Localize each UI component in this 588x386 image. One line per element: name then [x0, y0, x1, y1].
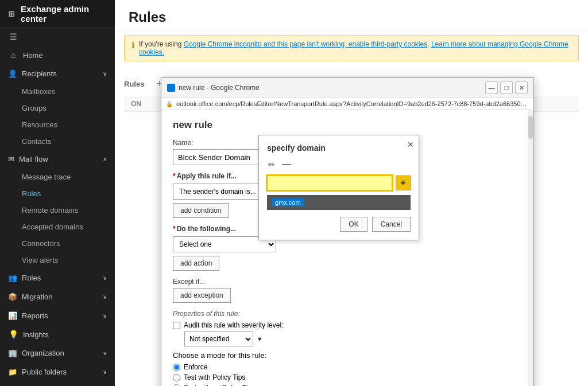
popup-ok-button[interactable]: OK [340, 217, 367, 232]
maximize-button[interactable]: □ [500, 81, 513, 94]
sidebar: ⊞ Exchange admin center ☰ ⌂ Home 👤 Recip… [0, 0, 115, 386]
severity-select[interactable]: Not specified Low Medium High [184, 332, 253, 346]
sidebar-sub-rules[interactable]: Rules [0, 185, 115, 202]
sidebar-sub-label: Accepted domains [22, 223, 83, 231]
sidebar-sub-remote-domains[interactable]: Remote domains [0, 202, 115, 219]
sidebar-item-organization[interactable]: 🏢 Organization ∨ [0, 344, 115, 362]
severity-dropdown-arrow: ▼ [257, 336, 263, 342]
sidebar-item-roles[interactable]: 👥 Roles ∨ [0, 268, 115, 287]
main-content: Rules ℹ If you're using Google Chrome in… [115, 0, 588, 386]
sidebar-item-label: Mail flow [19, 155, 48, 163]
sidebar-item-label: Home [23, 51, 43, 60]
lock-icon: 🔒 [166, 101, 173, 107]
popup-cancel-button[interactable]: Cancel [372, 217, 411, 232]
sidebar-item-label: Migration [22, 293, 52, 301]
sidebar-sub-label: View alerts [22, 256, 58, 264]
domain-input[interactable] [267, 176, 392, 190]
sidebar-sub-label: Contacts [22, 137, 51, 146]
add-exception-button[interactable]: add exception [173, 288, 231, 303]
mode-test-no-tips-row: Test without Policy Tips [173, 384, 521, 386]
sidebar-sub-message-trace[interactable]: Message trace [0, 169, 115, 185]
chevron-down-icon: ∨ [103, 294, 107, 300]
mode-enforce-radio[interactable] [173, 364, 180, 371]
rule-editor-heading: new rule [173, 119, 521, 131]
reports-icon: 📊 [8, 311, 17, 320]
mode-test-tips-label: Test with Policy Tips [184, 373, 245, 381]
add-condition-button[interactable]: add condition [173, 203, 229, 218]
sidebar-sub-label: Message trace [22, 173, 71, 181]
sidebar-sub-label: Remote domains [22, 206, 78, 215]
page-header: Rules [115, 0, 588, 30]
except-label: Except if... [173, 278, 521, 286]
hamburger-icon: ☰ [8, 32, 18, 41]
mode-enforce-row: Enforce [173, 363, 521, 371]
sidebar-item-label: Organization [22, 349, 64, 357]
audit-checkbox[interactable] [173, 322, 180, 329]
mode-test-tips-row: Test with Policy Tips [173, 373, 521, 381]
sidebar-sub-accepted-domains[interactable]: Accepted domains [0, 219, 115, 235]
audit-label: Audit this rule with severity level: [184, 321, 283, 329]
sidebar-sub-label: Connectors [22, 239, 60, 248]
app-grid-icon: ⊞ [8, 9, 15, 18]
sidebar-sub-mailboxes[interactable]: Mailboxes [0, 83, 115, 100]
organization-icon: 🏢 [8, 349, 17, 357]
popup-input-row: + [267, 176, 411, 190]
sidebar-sub-view-alerts[interactable]: View alerts [0, 252, 115, 268]
sidebar-item-home[interactable]: ⌂ Home [0, 46, 115, 64]
sidebar-sub-label: Rules [22, 189, 41, 198]
scrollbar-track[interactable] [528, 110, 533, 386]
migration-icon: 📦 [8, 293, 17, 301]
popup-close-button[interactable]: ✕ [407, 140, 414, 149]
popup-domain-list: gmx.com [267, 195, 411, 210]
sidebar-sub-groups[interactable]: Groups [0, 100, 115, 116]
minimize-button[interactable]: — [485, 81, 498, 94]
sidebar-item-label: Roles [22, 274, 41, 282]
popup-footer: OK Cancel [267, 217, 411, 232]
info-text: If you're using Google Chrome incognito … [139, 40, 571, 56]
chrome-incognito-link[interactable]: Google Chrome incognito and this page is… [184, 40, 428, 48]
popup-edit-button[interactable]: ✏ [267, 159, 276, 170]
mode-enforce-label: Enforce [184, 363, 207, 371]
add-domain-button[interactable]: + [396, 176, 411, 190]
domain-tag: gmx.com [272, 198, 304, 206]
mode-test-no-tips-radio[interactable] [173, 384, 180, 387]
browser-addressbar: 🔒 outlook.office.com/ecp/RulesEditor/New… [161, 98, 533, 110]
add-action-button[interactable]: add action [173, 256, 219, 271]
sidebar-item-mail-flow[interactable]: ✉ Mail flow ∧ [0, 150, 115, 169]
sidebar-sub-connectors[interactable]: Connectors [0, 235, 115, 252]
sidebar-hamburger[interactable]: ☰ [0, 28, 115, 46]
chevron-down-icon: ∧ [103, 156, 107, 162]
except-group: Except if... add exception [173, 278, 521, 303]
sidebar-item-public-folders[interactable]: 📁 Public folders ∨ [0, 362, 115, 381]
roles-icon: 👥 [8, 274, 17, 282]
info-banner: ℹ If you're using Google Chrome incognit… [124, 35, 579, 61]
sidebar-item-recipients[interactable]: 👤 Recipients ∨ [0, 64, 115, 83]
chevron-down-icon: ∨ [103, 350, 107, 356]
mode-test-tips-radio[interactable] [173, 374, 180, 381]
sidebar-sub-contacts[interactable]: Contacts [0, 133, 115, 150]
mode-heading: Choose a mode for this rule: [173, 351, 266, 360]
sidebar-item-migration[interactable]: 📦 Migration ∨ [0, 287, 115, 306]
browser-titlebar: new rule - Google Chrome — □ ✕ [161, 78, 533, 98]
properties-label: Properties of this rule: [173, 310, 521, 318]
sidebar-sub-resources[interactable]: Resources [0, 116, 115, 133]
audit-checkbox-row: Audit this rule with severity level: [173, 321, 521, 329]
browser-title-text: new rule - Google Chrome [179, 84, 260, 92]
page-title: Rules [129, 9, 574, 25]
sidebar-sub-label: Mailboxes [22, 87, 56, 96]
sidebar-sub-label: Resources [22, 120, 57, 129]
close-button[interactable]: ✕ [515, 81, 528, 94]
browser-title: new rule - Google Chrome [167, 84, 260, 92]
sidebar-item-insights[interactable]: 💡 Insights [0, 325, 115, 344]
sidebar-item-label: Insights [23, 330, 49, 339]
insights-icon: 💡 [8, 330, 18, 339]
popup-remove-button[interactable]: — [281, 158, 292, 171]
sidebar-item-reports[interactable]: 📊 Reports ∨ [0, 306, 115, 325]
sidebar-item-label: Public folders [22, 368, 67, 376]
scrollbar-thumb [528, 116, 533, 139]
popup-toolbar: ✏ — [267, 158, 411, 171]
public-folders-icon: 📁 [8, 368, 17, 376]
chevron-down-icon: ∨ [103, 369, 107, 375]
popup-list-item: gmx.com [272, 197, 406, 208]
chrome-icon [167, 84, 175, 92]
